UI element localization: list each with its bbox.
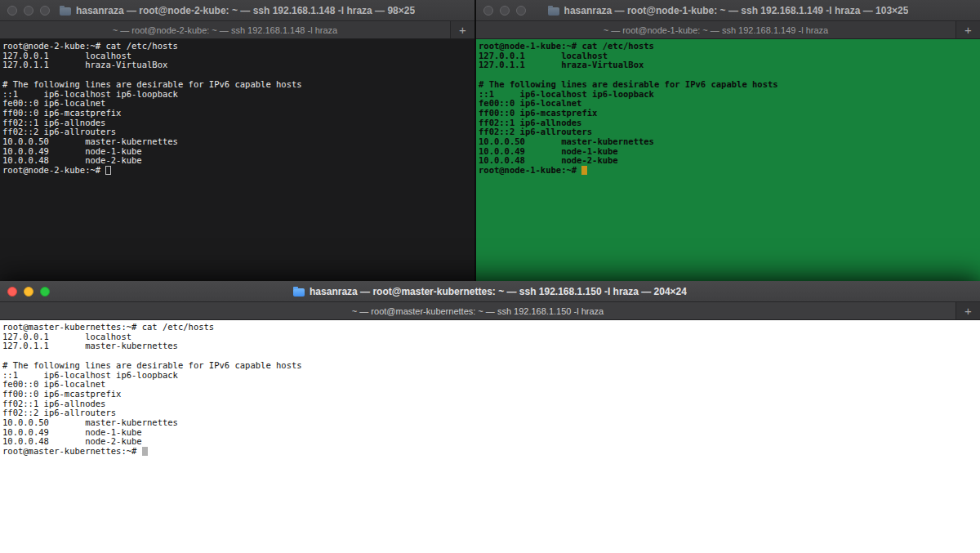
new-tab-button[interactable]: + [956,302,980,319]
title-group: hasanraza — root@master-kubernettes: ~ —… [293,286,687,297]
titlebar[interactable]: hasanraza — root@node-2-kube: ~ — ssh 19… [0,0,474,21]
prompt-line: root@node-2-kube:~# [2,166,474,176]
terminal-screen[interactable]: root@node-2-kube:~# cat /etc/hosts 127.0… [0,39,474,282]
zoom-button[interactable] [40,6,50,16]
shell-prompt: root@master-kubernettes:~# [2,447,142,457]
window-controls [7,0,50,20]
zoom-button[interactable] [516,6,526,16]
terminal-screen[interactable]: root@node-1-kube:~# cat /etc/hosts 127.0… [476,39,980,282]
new-tab-button[interactable]: + [956,21,980,38]
tab-title: ~ — root@node-2-kube: ~ — ssh 192.168.1.… [113,25,337,35]
terminal-screen[interactable]: root@master-kubernettes:~# cat /etc/host… [0,320,980,553]
title-group: hasanraza — root@node-2-kube: ~ — ssh 19… [60,5,415,16]
text-cursor [581,166,587,175]
tab-master-kubernettes[interactable]: ~ — root@master-kubernettes: ~ — ssh 192… [0,302,956,319]
titlebar[interactable]: hasanraza — root@node-1-kube: ~ — ssh 19… [476,0,980,21]
shell-prompt: root@node-2-kube:~# [2,166,105,176]
prompt-line: root@master-kubernettes:~# [2,447,980,457]
terminal-window-node-2-kube: hasanraza — root@node-2-kube: ~ — ssh 19… [0,0,474,282]
folder-proxy-icon [60,7,71,16]
tab-bar: ~ — root@node-1-kube: ~ — ssh 192.168.1.… [476,21,980,39]
window-title: hasanraza — root@node-1-kube: ~ — ssh 19… [564,5,909,16]
close-button[interactable] [7,287,17,297]
close-button[interactable] [483,6,493,16]
title-group: hasanraza — root@node-1-kube: ~ — ssh 19… [548,5,909,16]
titlebar[interactable]: hasanraza — root@master-kubernettes: ~ —… [0,281,980,302]
shell-prompt: root@node-1-kube:~# [479,166,581,176]
new-tab-button[interactable]: + [450,21,474,38]
minimize-button[interactable] [24,287,33,297]
zoom-button[interactable] [40,287,50,297]
text-cursor [105,166,111,175]
close-button[interactable] [7,6,17,16]
tab-title: ~ — root@node-1-kube: ~ — ssh 192.168.1.… [604,25,828,35]
terminal-output: root@node-1-kube:~# cat /etc/hosts 127.0… [479,42,980,166]
terminal-window-node-1-kube: hasanraza — root@node-1-kube: ~ — ssh 19… [476,0,980,282]
tab-bar: ~ — root@master-kubernettes: ~ — ssh 192… [0,302,980,320]
prompt-line: root@node-1-kube:~# [479,166,980,176]
terminal-output: root@node-2-kube:~# cat /etc/hosts 127.0… [2,42,474,166]
tab-bar: ~ — root@node-2-kube: ~ — ssh 192.168.1.… [0,21,474,39]
window-title: hasanraza — root@node-2-kube: ~ — ssh 19… [76,5,415,16]
text-cursor [142,447,148,456]
folder-proxy-icon [293,288,305,297]
terminal-output: root@master-kubernettes:~# cat /etc/host… [2,323,980,447]
terminal-window-master-kubernettes: hasanraza — root@master-kubernettes: ~ —… [0,281,980,553]
tab-node-1-kube[interactable]: ~ — root@node-1-kube: ~ — ssh 192.168.1.… [476,21,956,38]
folder-proxy-icon [548,7,559,16]
window-controls [483,0,526,20]
window-title: hasanraza — root@master-kubernettes: ~ —… [310,286,687,297]
minimize-button[interactable] [500,6,510,16]
tab-node-2-kube[interactable]: ~ — root@node-2-kube: ~ — ssh 192.168.1.… [0,21,450,38]
window-controls [7,281,50,301]
tab-title: ~ — root@master-kubernettes: ~ — ssh 192… [352,306,604,316]
minimize-button[interactable] [24,6,33,16]
